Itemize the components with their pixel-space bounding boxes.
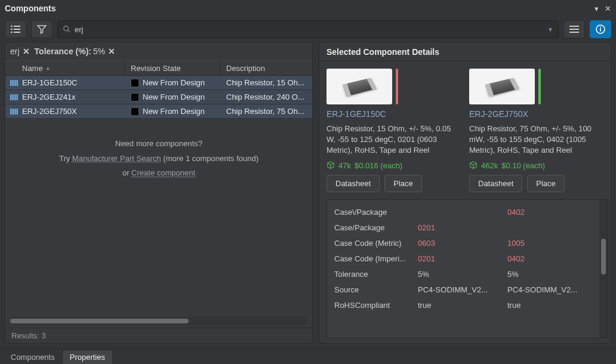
details-panel: Selected Component Details ERJ-1GEJ150CC… — [319, 42, 611, 344]
column-revision[interactable]: Revision State — [125, 61, 220, 75]
svg-rect-2 — [11, 29, 13, 30]
svg-rect-8 — [569, 26, 579, 27]
remove-chip-icon[interactable]: ✕ — [107, 47, 116, 56]
component-card: ERJ-2GEJ750XChip Resistor, 75 Ohm, +/- 5… — [469, 69, 603, 192]
info-button[interactable] — [590, 20, 611, 38]
compare-row: Tolerance5%5% — [334, 267, 597, 282]
svg-point-12 — [600, 27, 601, 28]
svg-rect-1 — [14, 26, 20, 27]
svg-rect-0 — [11, 26, 13, 27]
datasheet-button[interactable]: Datasheet — [469, 175, 522, 192]
compare-row: Case\/Package0402 — [334, 205, 597, 220]
svg-point-6 — [64, 26, 69, 31]
stock-price: 47k$0.016 (each) — [327, 161, 461, 170]
component-thumbnail — [469, 69, 535, 104]
search-icon — [63, 25, 71, 33]
svg-rect-3 — [14, 29, 20, 30]
list-view-button[interactable] — [5, 20, 26, 38]
svg-rect-15 — [13, 80, 14, 86]
compare-row: Case Code (Metric)06031005 — [334, 236, 597, 251]
svg-rect-25 — [17, 109, 19, 115]
search-box[interactable]: ▼ — [57, 20, 559, 38]
revision-state-icon — [131, 79, 139, 87]
compare-row: Case Code (Imperi...02010402 — [334, 251, 597, 267]
results-panel: erj ✕ Tolerance (%): 5% ✕ Name▲ Revision… — [5, 42, 313, 344]
place-button[interactable]: Place — [384, 175, 422, 192]
horizontal-scrollbar[interactable] — [10, 317, 307, 325]
compare-row: Case/Package0201 — [334, 220, 597, 236]
table-row[interactable]: ERJ-2GEJ241xNew From DesignChip Resistor… — [5, 90, 312, 104]
svg-rect-23 — [13, 109, 14, 115]
component-card: ERJ-1GEJ150CChip Resistor, 15 Ohm, +/- 5… — [327, 69, 461, 192]
svg-rect-14 — [10, 80, 12, 86]
toolbar: ▼ — [0, 17, 616, 42]
svg-rect-13 — [600, 29, 601, 32]
dropdown-icon[interactable]: ▾ — [595, 4, 599, 13]
revision-state-icon — [131, 107, 139, 116]
vertical-scrollbar[interactable] — [599, 200, 608, 338]
part-number-link[interactable]: ERJ-1GEJ150C — [327, 109, 461, 119]
svg-rect-24 — [14, 109, 16, 115]
svg-rect-21 — [17, 94, 19, 100]
svg-line-7 — [68, 30, 70, 33]
tab-components[interactable]: Components — [4, 350, 62, 364]
part-description: Chip Resistor, 15 Ohm, +/- 5%, 0.05 W, -… — [327, 124, 461, 156]
status-indicator — [538, 69, 541, 104]
create-component-link[interactable]: Create component — [131, 168, 195, 177]
details-header: Selected Component Details — [319, 42, 611, 61]
panel-title: Components — [5, 4, 56, 13]
filter-chip-term[interactable]: erj ✕ — [10, 47, 31, 56]
svg-rect-18 — [10, 94, 12, 100]
column-name[interactable]: Name▲ — [5, 61, 125, 75]
table-row[interactable]: ERJ-2GEJ750XNew From DesignChip Resistor… — [5, 104, 312, 119]
revision-state-icon — [131, 93, 139, 101]
svg-rect-19 — [13, 94, 14, 100]
place-button[interactable]: Place — [527, 175, 565, 192]
component-thumbnail — [327, 69, 392, 104]
grid-header: Name▲ Revision State Description — [5, 60, 312, 76]
part-description: Chip Resistor, 75 Ohm, +/- 5%, 100 mW, -… — [469, 124, 603, 156]
stock-price: 462k$0.10 (each) — [469, 161, 603, 170]
svg-rect-16 — [14, 80, 16, 86]
search-dropdown-icon[interactable]: ▼ — [547, 26, 553, 33]
menu-button[interactable] — [563, 20, 585, 38]
svg-rect-10 — [569, 32, 579, 33]
remove-chip-icon[interactable]: ✕ — [21, 47, 31, 56]
svg-rect-20 — [14, 94, 16, 100]
svg-rect-4 — [11, 32, 13, 33]
sort-asc-icon: ▲ — [43, 65, 51, 71]
svg-rect-22 — [10, 109, 12, 115]
compare-row: SourcePC4-SODIMM_V2...PC4-SODIMM_V2... — [334, 282, 597, 298]
search-input[interactable] — [75, 25, 544, 34]
grid-rows: ERJ-1GEJ150CNew From DesignChip Resistor… — [5, 76, 312, 119]
need-more: Need more components? Try Manufacturer P… — [5, 119, 312, 199]
svg-rect-17 — [17, 80, 19, 86]
svg-rect-9 — [569, 29, 579, 30]
compare-row: RoHSComplianttruetrue — [334, 298, 597, 313]
column-description[interactable]: Description — [220, 61, 312, 75]
table-row[interactable]: ERJ-1GEJ150CNew From DesignChip Resistor… — [5, 76, 312, 90]
filter-chips: erj ✕ Tolerance (%): 5% ✕ — [5, 42, 312, 60]
status-indicator — [396, 69, 398, 104]
component-icon — [10, 93, 19, 101]
footer-tabs: Components Properties — [0, 348, 616, 364]
component-cards: ERJ-1GEJ150CChip Resistor, 15 Ohm, +/- 5… — [319, 61, 611, 199]
filter-button[interactable] — [31, 20, 53, 38]
results-count: Results: 3 — [5, 328, 312, 343]
filter-chip-tolerance[interactable]: Tolerance (%): 5% ✕ — [35, 47, 117, 56]
svg-rect-5 — [14, 32, 20, 33]
titlebar: Components ▾ ✕ — [0, 0, 616, 17]
close-icon[interactable]: ✕ — [605, 4, 611, 13]
tab-properties[interactable]: Properties — [62, 350, 113, 364]
component-icon — [10, 79, 19, 87]
datasheet-button[interactable]: Datasheet — [327, 175, 380, 192]
compare-grid: Case\/Package0402Case/Package0201Case Co… — [327, 199, 608, 338]
part-number-link[interactable]: ERJ-2GEJ750X — [469, 109, 603, 119]
manufacturer-part-search-link[interactable]: Manufacturer Part Search — [72, 154, 161, 163]
component-icon — [10, 107, 19, 116]
